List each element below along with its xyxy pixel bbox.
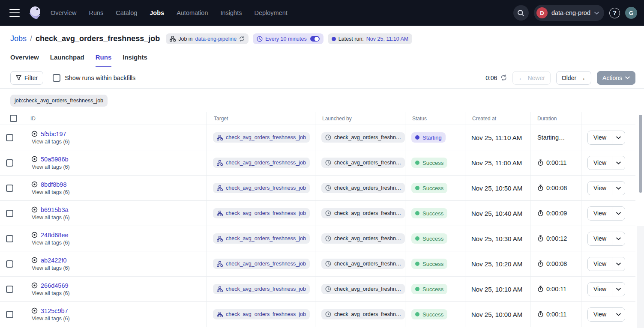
view-dropdown-button[interactable]	[612, 308, 625, 321]
run-id-link[interactable]: 248d68ee	[41, 232, 69, 239]
view-button-group: View	[587, 307, 625, 322]
schedule-toggle[interactable]	[310, 36, 320, 42]
view-dropdown-button[interactable]	[612, 283, 625, 296]
target-pill[interactable]: check_avg_orders_freshness_job	[213, 132, 310, 143]
target-pill[interactable]: check_avg_orders_freshness_job	[213, 183, 310, 193]
view-dropdown-button[interactable]	[612, 182, 625, 195]
row-checkbox[interactable]	[6, 134, 13, 141]
nav-item-jobs[interactable]: Jobs	[150, 9, 164, 16]
target-pill[interactable]: check_avg_orders_freshness_job	[213, 233, 310, 244]
row-checkbox[interactable]	[6, 260, 13, 268]
view-all-tags-link[interactable]: View all tags (6)	[31, 290, 70, 296]
launched-by-pill[interactable]: check_avg_orders_freshn…	[321, 132, 405, 143]
scrollbar-thumb[interactable]	[639, 115, 642, 193]
view-all-tags-link[interactable]: View all tags (6)	[31, 316, 70, 322]
nav-item-insights[interactable]: Insights	[220, 9, 242, 16]
user-avatar[interactable]: G	[625, 7, 637, 19]
latest-run-badge: Latest run: Nov 25, 11:10 AM	[328, 33, 413, 44]
run-status-dot-icon	[332, 37, 336, 41]
launched-by-pill[interactable]: check_avg_orders_freshn…	[321, 183, 405, 193]
filter-button[interactable]: Filter	[10, 71, 43, 85]
run-id-link[interactable]: 3125c9b7	[41, 307, 68, 314]
view-dropdown-button[interactable]	[612, 232, 625, 245]
view-button[interactable]: View	[588, 257, 612, 271]
status-dot-icon	[415, 312, 419, 316]
launched-by-pill[interactable]: check_avg_orders_freshn…	[321, 158, 405, 168]
tab-overview[interactable]: Overview	[10, 54, 39, 67]
nav-item-overview[interactable]: Overview	[51, 9, 76, 16]
view-button[interactable]: View	[588, 207, 612, 220]
status-badge: Success	[411, 284, 447, 294]
view-all-tags-link[interactable]: View all tags (6)	[31, 139, 70, 145]
launched-by-name: check_avg_orders_freshn…	[334, 210, 401, 216]
code-location-link[interactable]: data-eng-pipeline	[195, 36, 237, 42]
view-button[interactable]: View	[588, 283, 612, 296]
run-id-link[interactable]: 50a5986b	[41, 156, 69, 163]
view-dropdown-button[interactable]	[612, 257, 625, 271]
view-button[interactable]: View	[588, 131, 612, 144]
target-pill[interactable]: check_avg_orders_freshness_job	[213, 309, 310, 319]
target-pill[interactable]: check_avg_orders_freshness_job	[213, 158, 310, 168]
target-pill[interactable]: check_avg_orders_freshness_job	[213, 284, 310, 294]
run-id-link[interactable]: ab2422f0	[41, 257, 66, 264]
row-checkbox[interactable]	[6, 286, 13, 293]
view-all-tags-link[interactable]: View all tags (6)	[31, 189, 70, 195]
target-pill[interactable]: check_avg_orders_freshness_job	[213, 259, 310, 269]
newer-button[interactable]: ← Newer	[512, 71, 550, 85]
nav-item-automation[interactable]: Automation	[177, 9, 208, 16]
help-icon[interactable]: ?	[609, 8, 620, 18]
reload-location-icon[interactable]	[239, 36, 245, 42]
tab-runs[interactable]: Runs	[96, 54, 112, 67]
view-dropdown-button[interactable]	[612, 131, 625, 144]
nav-item-runs[interactable]: Runs	[89, 9, 103, 16]
job-graph-icon	[217, 185, 223, 191]
view-button[interactable]: View	[588, 156, 612, 170]
run-id-link[interactable]: 8bdf8b98	[41, 181, 66, 188]
search-button[interactable]	[513, 5, 529, 21]
nav-item-catalog[interactable]: Catalog	[116, 9, 137, 16]
older-button[interactable]: Older →	[556, 71, 591, 85]
target-name: check_avg_orders_freshness_job	[226, 160, 306, 166]
view-dropdown-button[interactable]	[612, 207, 625, 220]
run-id-link[interactable]: 5f5bc197	[41, 131, 66, 137]
row-checkbox[interactable]	[6, 185, 13, 192]
created-at-value: Nov 25, 10:50 AM	[471, 185, 522, 192]
row-checkbox[interactable]	[6, 210, 13, 217]
launched-by-pill[interactable]: check_avg_orders_freshn…	[321, 309, 405, 319]
view-all-tags-link[interactable]: View all tags (6)	[31, 240, 70, 246]
launched-by-pill[interactable]: check_avg_orders_freshn…	[321, 284, 405, 294]
launched-by-name: check_avg_orders_freshn…	[334, 286, 401, 292]
workspace-switcher[interactable]: D data-eng-prod	[534, 5, 604, 21]
latest-run-link[interactable]: Nov 25, 11:10 AM	[366, 36, 408, 42]
tab-insights[interactable]: Insights	[123, 54, 147, 67]
launched-by-pill[interactable]: check_avg_orders_freshn…	[321, 208, 405, 218]
row-checkbox[interactable]	[6, 311, 13, 318]
launched-by-pill[interactable]: check_avg_orders_freshn…	[321, 233, 405, 244]
view-dropdown-button[interactable]	[612, 156, 625, 170]
view-all-tags-link[interactable]: View all tags (6)	[31, 164, 70, 170]
nav-item-deployment[interactable]: Deployment	[254, 9, 287, 16]
view-button[interactable]: View	[588, 232, 612, 245]
job-filter-tag[interactable]: job:check_avg_orders_freshness_job	[10, 95, 108, 107]
select-all-checkbox[interactable]	[10, 115, 17, 122]
tab-launchpad[interactable]: Launchpad	[50, 54, 84, 67]
view-all-tags-link[interactable]: View all tags (6)	[31, 265, 70, 271]
actions-button[interactable]: Actions	[597, 71, 635, 85]
view-all-tags-link[interactable]: View all tags (6)	[31, 215, 70, 221]
chevron-down-icon	[594, 12, 599, 15]
view-button[interactable]: View	[588, 308, 612, 321]
dagster-logo-icon[interactable]	[27, 5, 43, 21]
row-checkbox[interactable]	[6, 235, 13, 242]
run-id-link[interactable]: 266d4569	[41, 282, 69, 289]
row-checkbox[interactable]	[6, 159, 13, 167]
view-button[interactable]: View	[588, 182, 612, 195]
show-backfills-checkbox[interactable]	[53, 74, 60, 82]
status-dot-icon	[415, 211, 419, 215]
refresh-icon[interactable]	[500, 75, 507, 81]
menu-icon[interactable]	[9, 9, 20, 17]
launched-by-pill[interactable]: check_avg_orders_freshn…	[321, 259, 405, 269]
breadcrumb-jobs-link[interactable]: Jobs	[10, 34, 27, 43]
run-target-icon	[31, 206, 38, 213]
run-id-link[interactable]: b6915b3a	[41, 206, 69, 213]
target-pill[interactable]: check_avg_orders_freshness_job	[213, 208, 310, 218]
